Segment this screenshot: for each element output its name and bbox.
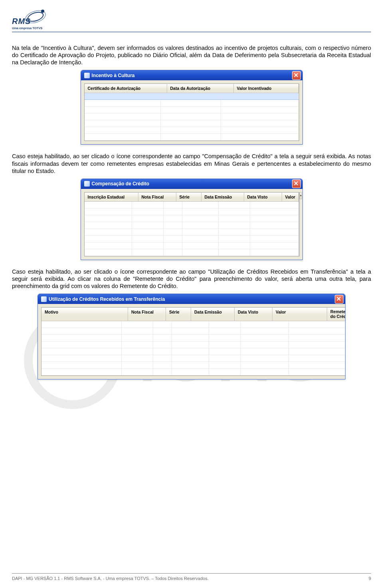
titlebar[interactable]: Incentivo à Cultura xyxy=(81,70,302,80)
col-header[interactable]: Certificado de Autorização xyxy=(85,84,167,93)
window-title: Utilização de Créditos Recebidos em Tran… xyxy=(49,296,165,302)
table-row[interactable] xyxy=(85,236,299,242)
data-grid[interactable]: Motivo Nota Fiscal Série Data Emissão Da… xyxy=(41,307,345,376)
app-icon xyxy=(84,181,90,187)
table-row[interactable] xyxy=(85,202,299,209)
table-row[interactable] xyxy=(41,335,345,342)
col-header[interactable]: Nota Fiscal xyxy=(128,308,166,321)
col-header[interactable]: Data Visto xyxy=(244,193,282,201)
table-row[interactable] xyxy=(85,93,299,100)
window-title: Compensação de Crédito xyxy=(92,181,150,187)
table-row[interactable] xyxy=(41,362,345,369)
data-grid[interactable]: Inscrição Estadual Nota Fiscal Série Dat… xyxy=(84,192,300,256)
window-title: Incentivo à Cultura xyxy=(92,73,135,78)
footer-divider xyxy=(12,573,371,574)
table-row[interactable] xyxy=(85,229,299,236)
table-row[interactable] xyxy=(85,100,299,107)
col-header[interactable]: Valor xyxy=(272,308,327,321)
table-row[interactable] xyxy=(85,113,299,120)
table-row[interactable] xyxy=(41,355,345,362)
scroll-up-icon[interactable]: ▴ xyxy=(300,192,302,199)
svg-point-2 xyxy=(41,10,44,13)
logo-area: RMS Uma empresa TOTVS xyxy=(12,8,371,32)
close-icon[interactable] xyxy=(292,71,301,80)
col-header[interactable]: Valor Incentivado xyxy=(234,84,299,93)
col-header[interactable]: Data Visto xyxy=(235,308,272,321)
close-icon[interactable] xyxy=(292,179,301,188)
titlebar[interactable]: Utilização de Créditos Recebidos em Tran… xyxy=(38,294,345,304)
table-row[interactable] xyxy=(41,321,345,328)
table-row[interactable] xyxy=(85,107,299,113)
col-header[interactable]: Inscrição Estadual xyxy=(85,193,138,201)
table-row[interactable] xyxy=(85,249,299,256)
data-grid[interactable]: Certificado de Autorização Data da Autor… xyxy=(84,83,299,141)
window-incentivo-cultura: Incentivo à Cultura Certificado de Autor… xyxy=(81,70,303,145)
col-header[interactable]: Série xyxy=(166,308,191,321)
window-utilizacao-creditos: Utilização de Créditos Recebidos em Tran… xyxy=(38,294,345,379)
footer: DAPI - MG VERSÃO 1.1 - RMS Software S.A.… xyxy=(12,576,371,581)
table-row[interactable] xyxy=(85,222,299,229)
paragraph-3: Caso esteja habilitado, ao ser clicado o… xyxy=(12,268,371,290)
table-row[interactable] xyxy=(41,348,345,355)
logo-divider xyxy=(12,32,371,32)
table-row[interactable] xyxy=(85,209,299,215)
col-header[interactable]: Nota Fiscal xyxy=(138,193,176,201)
titlebar[interactable]: Compensação de Crédito xyxy=(81,179,302,189)
table-row[interactable] xyxy=(41,369,345,375)
col-header[interactable]: Motivo xyxy=(41,308,128,321)
table-row[interactable] xyxy=(85,120,299,127)
app-icon xyxy=(41,296,47,302)
app-icon xyxy=(84,73,90,78)
paragraph-2: Caso esteja habilitado, ao ser clicado o… xyxy=(12,153,371,174)
col-header[interactable]: Série xyxy=(176,193,201,201)
table-row[interactable] xyxy=(41,342,345,348)
table-row[interactable] xyxy=(41,328,345,335)
logo-sub-text: Uma empresa TOTVS xyxy=(12,26,42,30)
close-icon[interactable] xyxy=(335,295,344,304)
scrollbar[interactable]: ▴ xyxy=(299,192,302,256)
page-number: 9 xyxy=(369,576,371,581)
footer-text: DAPI - MG VERSÃO 1.1 - RMS Software S.A.… xyxy=(12,576,209,581)
window-compensacao-credito: Compensação de Crédito Inscrição Estadua… xyxy=(81,179,303,260)
table-row[interactable] xyxy=(85,242,299,249)
col-header[interactable]: Data Emissão xyxy=(191,308,235,321)
table-row[interactable] xyxy=(85,215,299,222)
col-header[interactable]: Remetente do Crédito xyxy=(327,308,345,321)
col-header[interactable]: Data da Autorização xyxy=(167,84,234,93)
col-header[interactable]: Valor xyxy=(282,193,299,201)
table-row[interactable] xyxy=(85,134,299,141)
logo-main-text: RMS xyxy=(12,17,31,26)
table-row[interactable] xyxy=(85,127,299,134)
col-header[interactable]: Data Emissão xyxy=(201,193,244,201)
paragraph-1: Na tela de "Incentivo à Cultura", devem … xyxy=(12,44,371,66)
